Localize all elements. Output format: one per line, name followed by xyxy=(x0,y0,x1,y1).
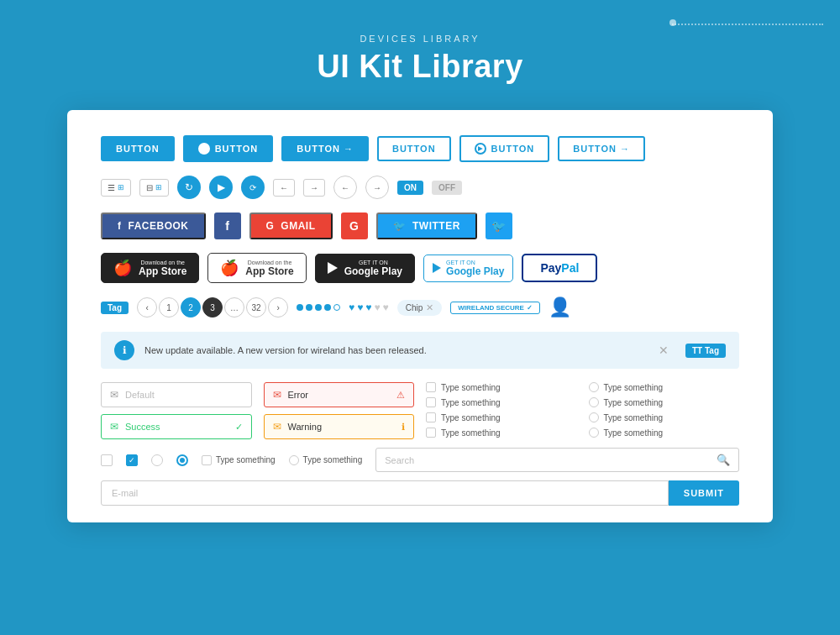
email-submit-row: E-mail SUBMIT xyxy=(101,480,739,506)
appstore-dark-btn[interactable]: 🍎 Download on the App Store xyxy=(101,253,199,283)
google-icon-btn[interactable]: G xyxy=(341,213,368,239)
error-mail-icon: ✉ xyxy=(273,389,281,401)
googleplay-outline-btn[interactable]: GET IT ON Google Play xyxy=(423,255,513,282)
twitter-icon-btn[interactable]: 🐦 xyxy=(486,213,512,239)
type-something-check-1[interactable]: Type something xyxy=(202,455,276,465)
warning-icon: ℹ xyxy=(402,422,405,433)
button-outline-arrow[interactable]: BUTTON → xyxy=(558,136,645,161)
type-something-radio-1[interactable]: Type something xyxy=(289,455,363,465)
radio-item-1[interactable]: Type something xyxy=(589,382,740,392)
button-outline-icon[interactable]: ▶ BUTTON xyxy=(459,135,550,162)
shield-icon: ✓ xyxy=(527,304,533,312)
bottom-row: ✓ Type something Type something Search 🔍 xyxy=(101,448,739,472)
avatar-icon: 👤 xyxy=(549,297,571,318)
page-header: DEVICES LIBRARY UI Kit Library xyxy=(0,0,840,110)
button-filled-1[interactable]: BUTTON xyxy=(101,136,175,161)
radio-empty-1[interactable] xyxy=(589,382,599,392)
button-filled-arrow[interactable]: BUTTON → xyxy=(281,136,369,161)
checkboxes-section: Type something Type something Type somet… xyxy=(426,382,577,439)
facebook-icon: f xyxy=(118,220,122,232)
arrow-left-btn[interactable]: ← xyxy=(273,179,295,197)
page-3-btn[interactable]: 3 xyxy=(202,297,223,318)
facebook-btn-full[interactable]: f FACEBOOK xyxy=(101,213,206,239)
apple-icon-outline: 🍎 xyxy=(220,259,239,277)
googleplay-dark-btn[interactable]: GET IT ON Google Play xyxy=(315,254,415,283)
next-page-btn[interactable]: › xyxy=(268,297,288,318)
input-warning-value: Warning xyxy=(288,422,396,432)
decorative-dotted-line xyxy=(672,24,823,25)
mail-icon: ✉ xyxy=(110,389,118,401)
radio-item-4[interactable]: Type something xyxy=(589,428,740,438)
twitter-icon: 🐦 xyxy=(393,220,407,232)
notification-icon: ℹ xyxy=(114,340,134,360)
submit-button[interactable]: SUBMIT xyxy=(669,480,739,506)
page-1-btn[interactable]: 1 xyxy=(159,297,179,318)
apple-icon: 🍎 xyxy=(113,259,132,277)
button-filled-icon[interactable]: ▶ BUTTON xyxy=(183,135,274,162)
pagination-row: Tag ‹ 1 2 3 … 32 › ♥ ♥ ♥ ♥ ♥ Chip ✕ xyxy=(101,297,739,318)
page-ellipsis: … xyxy=(224,297,244,318)
input-error[interactable]: ✉ Error ⚠ xyxy=(264,382,415,407)
toggle-off[interactable]: OFF xyxy=(432,181,462,195)
chip-badge: Chip ✕ xyxy=(397,300,443,316)
grid-view-btn[interactable]: ⊟ ⊞ xyxy=(139,179,169,197)
sync-btn[interactable]: ⟳ xyxy=(241,176,265,199)
toggle-on[interactable]: ON xyxy=(397,181,423,195)
facebook-icon-btn[interactable]: f xyxy=(214,213,241,239)
input-error-value: Error xyxy=(288,390,391,400)
googleplay-icon-dark xyxy=(328,262,338,274)
refresh-btn[interactable]: ↻ xyxy=(177,176,201,199)
buttons-row-1: BUTTON ▶ BUTTON BUTTON → BUTTON ▶ BUTTON… xyxy=(101,135,739,162)
arrow-left-outline-btn[interactable]: ← xyxy=(333,176,357,199)
checkbox-item-1[interactable]: Type something xyxy=(426,382,577,392)
heart-1: ♥ xyxy=(349,302,354,313)
page-2-btn[interactable]: 2 xyxy=(181,297,201,318)
radio-empty-4[interactable] xyxy=(589,428,599,438)
gmail-btn-full[interactable]: G GMAIL xyxy=(249,213,333,239)
radio-unchecked[interactable] xyxy=(151,454,163,466)
checkbox-empty-3[interactable] xyxy=(426,412,436,422)
checkbox-item-4[interactable]: Type something xyxy=(426,428,577,438)
page-32-btn[interactable]: 32 xyxy=(246,297,266,318)
heart-indicators: ♥ ♥ ♥ ♥ ♥ xyxy=(349,302,389,313)
checkbox-unchecked[interactable] xyxy=(101,454,113,466)
paypal-btn[interactable]: Pay Pal xyxy=(522,254,597,282)
dot-5 xyxy=(333,304,340,311)
input-default-value: Default xyxy=(125,390,243,400)
heart-2: ♥ xyxy=(357,302,363,313)
twitter-btn-full[interactable]: 🐦 TWITTER xyxy=(376,213,477,239)
checkbox-checked[interactable]: ✓ xyxy=(126,454,138,466)
radio-checked[interactable] xyxy=(176,454,188,466)
checkbox-item-3[interactable]: Type something xyxy=(426,412,577,422)
input-success[interactable]: ✉ Success ✓ xyxy=(101,414,252,439)
play-icon: ▶ xyxy=(198,143,210,155)
checkbox-item-2[interactable]: Type something xyxy=(426,397,577,407)
error-icon: ⚠ xyxy=(396,390,405,401)
play-btn[interactable]: ▶ xyxy=(209,176,233,199)
pagination: ‹ 1 2 3 … 32 › xyxy=(137,297,288,318)
search-icon[interactable]: 🔍 xyxy=(717,454,730,466)
googleplay-icon-outline xyxy=(433,263,441,273)
appstore-outline-btn[interactable]: 🍎 Download on the App Store xyxy=(207,253,306,283)
email-input[interactable]: E-mail xyxy=(101,480,669,506)
input-default[interactable]: ✉ Default xyxy=(101,382,252,407)
input-success-value: Success xyxy=(125,422,228,432)
input-warning[interactable]: ✉ Warning ℹ xyxy=(264,414,415,439)
radio-item-2[interactable]: Type something xyxy=(589,397,740,407)
search-input-wrap[interactable]: Search 🔍 xyxy=(375,448,739,472)
notification-close-btn[interactable]: ✕ xyxy=(659,344,669,357)
chip-close-btn[interactable]: ✕ xyxy=(426,302,433,313)
radio-item-3[interactable]: Type something xyxy=(589,412,740,422)
radio-empty-3[interactable] xyxy=(589,412,599,422)
arrow-right-outline-btn[interactable]: → xyxy=(365,176,389,199)
notification-tag: TT Tag xyxy=(685,344,726,358)
checkbox-empty-2[interactable] xyxy=(426,397,436,407)
arrow-right-btn[interactable]: → xyxy=(303,179,325,197)
radio-empty-2[interactable] xyxy=(589,397,599,407)
list-view-btn[interactable]: ☰ ⊞ xyxy=(101,179,131,197)
button-outline-1[interactable]: BUTTON xyxy=(377,136,451,161)
success-mail-icon: ✉ xyxy=(110,421,118,433)
checkbox-empty-4[interactable] xyxy=(426,428,436,438)
checkbox-empty-1[interactable] xyxy=(426,382,436,392)
prev-page-btn[interactable]: ‹ xyxy=(137,297,157,318)
